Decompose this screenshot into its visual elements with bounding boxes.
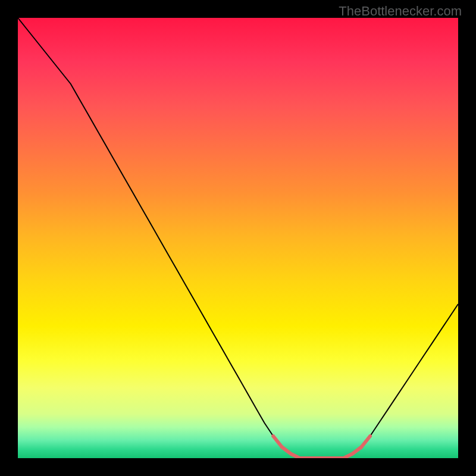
chart-curve xyxy=(18,18,458,458)
chart-container: TheBottlenecker.com xyxy=(0,0,476,476)
watermark-text: TheBottlenecker.com xyxy=(339,4,462,19)
